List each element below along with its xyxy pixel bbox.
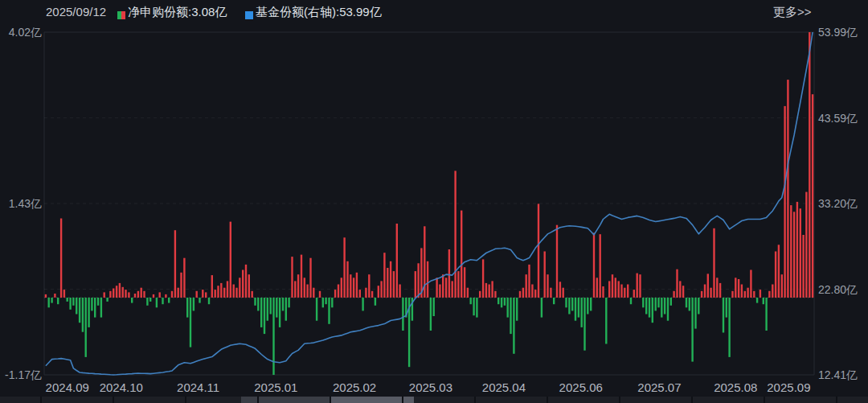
right-axis-tick: 12.41亿 <box>818 369 858 380</box>
x-axis-tick: 2025.08 <box>714 381 757 393</box>
x-axis-tick: 2025.06 <box>559 381 603 393</box>
plot-area[interactable] <box>44 32 814 375</box>
scrollbar-divider <box>330 397 331 403</box>
right-axis-tick: 43.59亿 <box>818 113 858 124</box>
scrollbar-divider <box>40 397 42 403</box>
x-axis-tick: 2025.09 <box>767 381 810 393</box>
fund-chart-panel: 2025/09/12 净申购份额:3.08亿 基金份额(右轴):53.99亿 更… <box>0 0 868 403</box>
scrollbar-divider <box>619 397 620 403</box>
left-axis-tick: 1.43亿 <box>2 198 42 209</box>
x-axis-tick: 2024.10 <box>100 381 143 393</box>
scrollbar-divider <box>257 397 259 403</box>
bottom-scrollbar[interactable] <box>0 397 868 403</box>
scrollbar-divider <box>113 397 114 403</box>
left-axis-tick: 4.02亿 <box>2 27 42 38</box>
x-axis-tick: 2025.01 <box>254 381 297 393</box>
x-axis-tick: 2025.04 <box>482 381 526 393</box>
scrollbar-divider <box>764 397 765 403</box>
scrollbar-divider <box>691 397 693 403</box>
x-axis-tick: 2025.03 <box>409 381 452 393</box>
scrollbar-divider <box>185 397 186 403</box>
x-axis-tick: 2025.07 <box>637 381 681 393</box>
x-axis-tick: 2024.09 <box>46 381 89 393</box>
chart-canvas <box>0 0 868 403</box>
left-axis-tick: -1.17亿 <box>2 369 42 380</box>
scrollbar-segment <box>241 397 330 403</box>
scrollbar-divider <box>836 397 837 403</box>
right-axis-tick: 53.99亿 <box>818 27 858 38</box>
scrollbar-divider <box>474 397 476 403</box>
right-axis-tick: 22.80亿 <box>818 284 858 295</box>
right-axis-tick: 33.20亿 <box>818 198 858 209</box>
x-axis-tick: 2024.11 <box>177 381 219 393</box>
scrollbar-divider <box>547 397 548 403</box>
x-axis-tick: 2025.02 <box>333 381 376 393</box>
scrollbar-divider <box>402 397 403 403</box>
